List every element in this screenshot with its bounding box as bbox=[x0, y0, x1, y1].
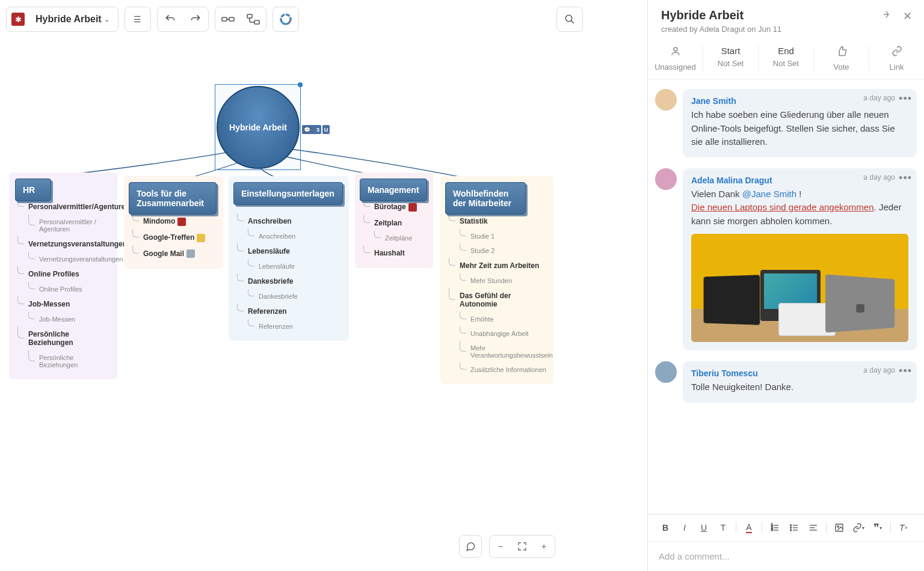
svg-text:3: 3 bbox=[771, 528, 773, 531]
tree-item[interactable]: Anschreiben bbox=[237, 213, 342, 229]
tree-item[interactable]: Dankesbriefe bbox=[237, 289, 342, 304]
comment-input[interactable] bbox=[648, 542, 924, 571]
tree-item[interactable]: Statistik bbox=[449, 213, 546, 229]
tree-item[interactable]: Personalvermittler / Agenturen bbox=[17, 215, 110, 236]
canvas-bottom-controls: − + bbox=[459, 535, 555, 558]
redo-button[interactable] bbox=[183, 7, 208, 31]
branch-header-well[interactable]: Wohlbefinden der Mitarbeiter bbox=[445, 182, 526, 215]
menu-group: ☰ bbox=[125, 7, 151, 32]
ordered-list-button[interactable]: 123 bbox=[766, 519, 784, 536]
tree-item[interactable]: Online Profiles bbox=[17, 266, 110, 282]
comment-count-badge[interactable]: 💬3 bbox=[302, 125, 321, 134]
undo-button[interactable] bbox=[158, 7, 183, 31]
textsize-button[interactable]: T bbox=[714, 519, 732, 536]
comment-menu-button[interactable]: ••• bbox=[899, 365, 912, 377]
format-toolbar: B I U T A 123 ▾ ❞▾ T× bbox=[648, 515, 924, 542]
mindmap-canvas[interactable]: Hybride Arbeit 💬3 U Personalvermittler/A… bbox=[0, 39, 562, 571]
mention[interactable]: @Jane Smith bbox=[742, 189, 796, 199]
tree-item[interactable]: Google Mail bbox=[132, 246, 216, 262]
link-format-button[interactable]: ▾ bbox=[849, 519, 867, 536]
link-cell[interactable]: Link bbox=[869, 46, 924, 72]
tree-item[interactable]: Mehr Verantwortungsbewusstsein bbox=[449, 341, 546, 362]
svg-point-8 bbox=[565, 15, 572, 22]
tree-item[interactable]: Lebensläufe bbox=[237, 243, 342, 259]
tree-item[interactable]: Online Profiles bbox=[17, 282, 110, 296]
center-node[interactable]: Hybride Arbeit bbox=[217, 86, 300, 169]
tree-item[interactable]: Referenzen bbox=[237, 319, 342, 334]
tree-item[interactable]: Haushalt bbox=[363, 245, 426, 261]
branch-header-mgmt[interactable]: Management bbox=[360, 179, 427, 201]
image-button[interactable] bbox=[830, 519, 848, 536]
branch-header-tools[interactable]: Tools für die Zusammenarbeit bbox=[129, 182, 217, 215]
tree-item[interactable]: Vernetzungsveranstaltungen bbox=[17, 252, 110, 266]
clear-format-button[interactable]: T× bbox=[895, 519, 913, 536]
tree-item[interactable]: Persönliche Beziehungen bbox=[17, 326, 110, 350]
start-date-cell[interactable]: Start Not Set bbox=[703, 46, 758, 72]
collapse-panel-button[interactable] bbox=[882, 10, 892, 23]
tree-item[interactable]: Zeitplan bbox=[363, 215, 426, 231]
comment-menu-button[interactable]: ••• bbox=[899, 93, 912, 105]
tree-item[interactable]: Bürotage bbox=[363, 199, 426, 215]
comment-body: Vielen Dank @Jane Smith !Die neuen Lapto… bbox=[691, 188, 908, 228]
comment-time: a day ago bbox=[863, 94, 895, 102]
end-date-cell[interactable]: End Not Set bbox=[758, 46, 813, 72]
tree-item[interactable]: Referenzen bbox=[237, 304, 342, 319]
comment: Jane Smith a day ago ••• Ich habe soeben… bbox=[655, 89, 917, 157]
tree-item[interactable]: Das Gefühl der Autonomie bbox=[449, 288, 546, 312]
search-button[interactable] bbox=[557, 7, 582, 31]
info-badge[interactable]: U bbox=[322, 125, 330, 134]
tree-item[interactable]: Studie 2 bbox=[449, 243, 546, 258]
insert-sibling-button[interactable] bbox=[215, 7, 241, 31]
tree-item[interactable]: Studie 1 bbox=[449, 229, 546, 243]
quote-button[interactable]: ❞▾ bbox=[869, 519, 887, 536]
tree-item[interactable]: Job-Messen bbox=[17, 296, 110, 312]
attachment-link[interactable]: Die neuen Laptops sind gerade angekommen bbox=[691, 202, 874, 212]
app-mini-icon bbox=[197, 234, 205, 242]
zoom-out-button[interactable]: − bbox=[490, 536, 511, 557]
insert-child-button[interactable] bbox=[241, 7, 266, 31]
assignee-cell[interactable]: Unassigned bbox=[648, 46, 703, 72]
tree-item[interactable]: Job-Messen bbox=[17, 312, 110, 326]
tree-item[interactable]: Anschreiben bbox=[237, 229, 342, 243]
branch-header-hr[interactable]: HR bbox=[15, 179, 51, 201]
tree-item[interactable]: Lebensläufe bbox=[237, 259, 342, 273]
node-badges: 💬3 U bbox=[302, 125, 330, 145]
vote-cell[interactable]: Vote bbox=[813, 46, 869, 72]
chevron-down-icon: ⌄ bbox=[104, 16, 109, 23]
fit-button[interactable] bbox=[511, 536, 533, 557]
bold-button[interactable]: B bbox=[656, 519, 674, 536]
hamburger-menu-button[interactable]: ☰ bbox=[125, 7, 150, 31]
unordered-list-button[interactable] bbox=[785, 519, 803, 536]
map-title-dropdown[interactable]: Hybride Arbeit ⌄ bbox=[29, 7, 118, 31]
align-button[interactable] bbox=[804, 519, 822, 536]
app-logo[interactable]: ✱ bbox=[7, 7, 29, 31]
comments-toggle-button[interactable] bbox=[460, 536, 481, 557]
tree-item[interactable]: Mindomo bbox=[132, 213, 216, 230]
tree-item[interactable]: Persönliche Beziehungen bbox=[17, 350, 110, 372]
tree-item[interactable]: Zusätzliche Informationen bbox=[449, 362, 546, 377]
tree-item[interactable]: Mehr Zeit zum Arbeiten bbox=[449, 258, 546, 273]
app-mini-icon bbox=[186, 249, 195, 258]
tree-item[interactable]: Zeitpläne bbox=[363, 231, 426, 245]
tree-item[interactable]: Erhöhte bbox=[449, 312, 546, 326]
branch-header-docs[interactable]: Einstellungsunterlagen bbox=[233, 182, 343, 205]
underline-button[interactable]: U bbox=[695, 519, 713, 536]
avatar bbox=[655, 89, 677, 111]
branch-hr[interactable]: Personalvermittler/AgenturenPersonalverm… bbox=[9, 173, 117, 379]
tree-item[interactable]: Dankesbriefe bbox=[237, 273, 342, 289]
close-panel-button[interactable]: ✕ bbox=[903, 10, 912, 23]
theme-button[interactable] bbox=[273, 7, 298, 31]
comment-menu-button[interactable]: ••• bbox=[899, 172, 912, 185]
theme-group bbox=[273, 7, 299, 32]
textcolor-button[interactable]: A bbox=[740, 519, 758, 536]
map-title-text: Hybride Arbeit bbox=[35, 14, 102, 25]
zoom-in-button[interactable]: + bbox=[533, 536, 555, 557]
tree-item[interactable]: Unabhängige Arbeit bbox=[449, 326, 546, 341]
svg-rect-0 bbox=[222, 17, 227, 21]
comment-image[interactable] bbox=[691, 234, 908, 342]
tree-item[interactable]: Google-Treffen bbox=[132, 230, 216, 246]
tree-item[interactable]: Vernetzungsveranstaltungen bbox=[17, 236, 110, 252]
italic-button[interactable]: I bbox=[676, 519, 694, 536]
selection-handle[interactable] bbox=[298, 82, 303, 87]
tree-item[interactable]: Mehr Stunden bbox=[449, 273, 546, 288]
